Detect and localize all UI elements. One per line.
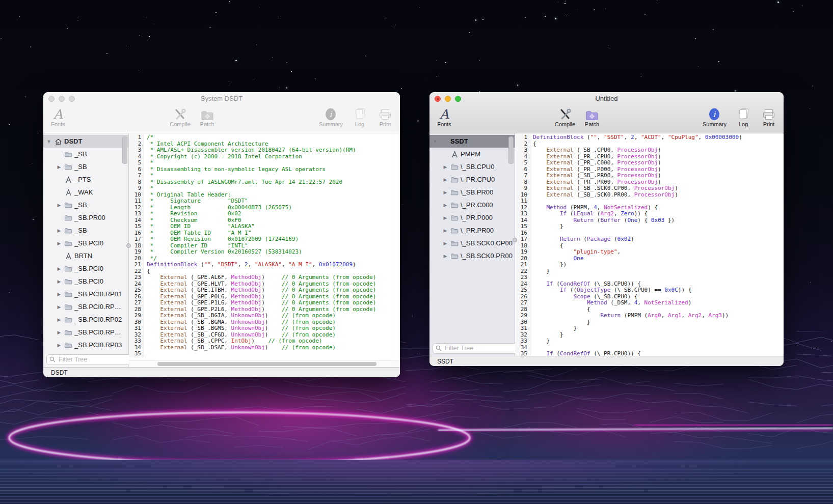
tree-item-label: _PTS [74, 176, 91, 183]
sidebar-scrollbar-thumb[interactable] [508, 136, 514, 164]
log-button[interactable]: Log [735, 105, 752, 127]
patch-button[interactable]: Patch [583, 105, 601, 127]
titlebar[interactable]: Untitled [429, 92, 784, 105]
minimize-button[interactable] [59, 96, 65, 102]
tree-item-label: \_SB.PR00 [461, 188, 493, 196]
tree-item-sb-sck0-cp00[interactable]: ▶\_SB.SCK0.CP00 [429, 237, 515, 249]
fonts-button[interactable]: A Fonts [436, 105, 453, 127]
chevron-right-icon[interactable]: ▶ [442, 254, 449, 259]
horizontal-scrollbar-thumb[interactable] [157, 362, 377, 366]
patch-button[interactable]: Patch [199, 105, 216, 127]
chevron-right-icon[interactable]: ▶ [56, 228, 63, 233]
line-number: 9 [129, 185, 144, 192]
tree-item-label: \_PR.C000 [461, 201, 493, 209]
tree-item-wak[interactable]: _WAK [43, 186, 128, 199]
tree-item-label: _SB.PCI0.RP01 [74, 290, 122, 298]
code-line: 34 External (_SB_.DSAE, UnknownObj) // (… [129, 345, 400, 351]
chevron-right-icon[interactable]: ▶ [56, 292, 63, 297]
line-number: 3 [515, 147, 530, 154]
fonts-button[interactable]: A Fonts [49, 105, 67, 127]
zoom-button[interactable] [69, 96, 75, 102]
code-line: 21 }) [515, 262, 784, 268]
tree-item-sb-pci0-rp01[interactable]: ▶_SB.PCI0.RP01 [43, 288, 128, 300]
tree-item-sb-pr00[interactable]: _SB.PR00 [43, 211, 128, 224]
tree-item-brtn[interactable]: BRTN [43, 249, 128, 262]
chevron-right-icon[interactable]: ▶ [56, 343, 63, 348]
print-button[interactable]: Print [377, 105, 394, 127]
tree-item-pr-p000[interactable]: ▶\_PR.P000 [429, 211, 515, 224]
code-line: 21DefinitionBlock ("", "DSDT", 2, "ALASK… [129, 262, 400, 268]
tree-item-sb-cpu0[interactable]: ▶\_SB.CPU0 [429, 160, 515, 173]
chevron-right-icon[interactable]: ▶ [56, 279, 63, 284]
status-bar: DSDT [43, 367, 400, 377]
horizontal-scrollbar[interactable] [129, 360, 400, 367]
tree-item-label: PMPM [461, 150, 480, 158]
tree-item-dsdt[interactable]: ▼DSDT [43, 135, 128, 148]
compile-button[interactable]: Compile [555, 105, 575, 127]
window-system-dsdt: System DSDT A Fonts Compile [43, 92, 400, 377]
chevron-right-icon[interactable]: ▶ [56, 203, 63, 208]
chevron-right-icon[interactable]: ▶ [56, 241, 63, 246]
tree-item-sb-pci0[interactable]: ▶_SB.PCI0 [43, 262, 128, 275]
blank-icon [439, 138, 450, 145]
chevron-right-icon[interactable]: ▶ [442, 215, 449, 220]
code-area[interactable]: 1/*2 * Intel ACPI Component Architecture… [129, 133, 400, 360]
splitter-handle[interactable] [126, 243, 131, 248]
tree-item-pmpm[interactable]: PMPM [429, 148, 515, 160]
chevron-right-icon[interactable]: ▶ [442, 164, 449, 170]
tree-item-sb-pci0[interactable]: ▶_SB.PCI0 [43, 237, 128, 249]
sidebar-scrollbar-thumb[interactable] [122, 136, 127, 164]
tree-item-pts[interactable]: _PTS [43, 173, 128, 186]
chevron-right-icon[interactable]: ▶ [442, 228, 449, 233]
chevron-right-icon[interactable]: ▶ [442, 241, 449, 246]
print-button[interactable]: Print [760, 105, 777, 127]
chevron-right-icon[interactable]: ▶ [56, 266, 63, 271]
code-editor[interactable]: 1/*2 * Intel ACPI Component Architecture… [129, 133, 400, 367]
summary-button[interactable]: i Summary [703, 105, 727, 127]
code-editor[interactable]: 1DefinitionBlock ("", "SSDT", 2, "ACDT",… [515, 133, 784, 356]
zoom-button[interactable] [455, 96, 461, 102]
tree-item-sb-pci0-rp[interactable]: ▶_SB.PCI0.RP… [43, 300, 128, 313]
tree-item-label: _SB.PR00 [74, 214, 105, 221]
tree-item-label: _SB [74, 150, 87, 158]
tree-item-pr-pr00[interactable]: ▶\_PR.PR00 [429, 224, 515, 237]
tree-item-sb-pr00[interactable]: ▶\_SB.PR00 [429, 186, 515, 199]
chevron-right-icon[interactable]: ▶ [442, 177, 449, 182]
tree-item-pr-cpu0[interactable]: ▶\_PR.CPU0 [429, 173, 515, 186]
chevron-right-icon[interactable]: ▶ [442, 203, 449, 208]
chevron-down-icon[interactable]: ▼ [45, 139, 52, 144]
line-number: 23 [515, 274, 530, 281]
chevron-right-icon[interactable]: ▶ [56, 330, 63, 335]
tree-item-sb[interactable]: ▶_SB [43, 160, 128, 173]
chevron-right-icon[interactable]: ▶ [56, 304, 63, 310]
minimize-button[interactable] [445, 96, 451, 102]
fonts-icon: A [53, 105, 63, 121]
close-button[interactable] [48, 96, 55, 102]
tree-item-sb[interactable]: ▶_SB [43, 199, 128, 211]
tree-item-sb-pci0-rp[interactable]: ▶_SB.PCI0.RP… [43, 326, 128, 339]
chevron-down-icon[interactable]: ▼ [432, 139, 439, 144]
tree-item-sb[interactable]: _SB [43, 148, 128, 160]
window-controls [48, 96, 75, 102]
tree-item-ssdt[interactable]: ▼SSDT [429, 135, 515, 148]
log-pages-icon [737, 105, 749, 121]
line-number: 7 [515, 173, 530, 179]
compile-button[interactable]: Compile [170, 105, 190, 127]
close-button[interactable] [435, 96, 441, 102]
tree-item-sb-pci0[interactable]: ▶_SB.PCI0 [43, 275, 128, 288]
code-area[interactable]: 1DefinitionBlock ("", "SSDT", 2, "ACDT",… [515, 133, 784, 356]
tree-item-sb-sck0-pr00[interactable]: ▶\_SB.SCK0.PR00 [429, 249, 515, 262]
chevron-right-icon[interactable]: ▶ [442, 190, 449, 195]
chevron-right-icon[interactable]: ▶ [56, 317, 63, 322]
line-number: 27 [129, 300, 144, 306]
tree-item-sb-pci0-rp03[interactable]: ▶_SB.PCI0.RP03 [43, 339, 128, 351]
line-number: 15 [515, 223, 530, 230]
tree-item-pr-c000[interactable]: ▶\_PR.C000 [429, 199, 515, 211]
tree-item-sb-pci0-rp02[interactable]: ▶_SB.PCI0.RP02 [43, 313, 128, 326]
patch-icon [201, 105, 214, 121]
titlebar[interactable]: System DSDT [43, 92, 400, 105]
chevron-right-icon[interactable]: ▶ [56, 164, 63, 170]
tree-item-sb[interactable]: ▶_SB [43, 224, 128, 237]
summary-button[interactable]: i Summary [319, 105, 343, 127]
log-button[interactable]: Log [351, 105, 368, 127]
